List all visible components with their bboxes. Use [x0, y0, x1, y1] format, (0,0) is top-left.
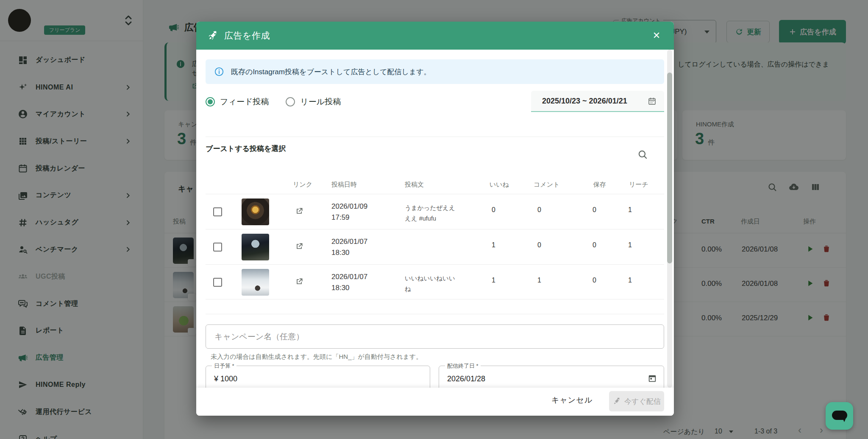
create-ad-modal: 広告を作成 ✕ 既存のInstagram投稿をブーストして広告として配信します。… [196, 22, 674, 416]
modal-info-banner: 既存のInstagram投稿をブーストして広告として配信します。 [206, 59, 664, 84]
chat-widget-button[interactable] [826, 402, 853, 430]
chat-bubble-icon [831, 408, 848, 424]
post-type-radio-group: フィード投稿 リール投稿 [206, 92, 358, 111]
post-thumbnail [242, 269, 269, 296]
scrollbar-thumb[interactable] [667, 73, 672, 263]
modal-scrollbar[interactable] [667, 50, 672, 388]
date-range-input[interactable]: 2025/10/23 ~ 2026/01/21 [531, 91, 664, 112]
post-row[interactable]: 2026/01/0718:30 いいねいいねいいね 1 1 0 1 [206, 264, 664, 299]
search-icon[interactable] [637, 149, 648, 160]
campaign-name-input[interactable] [206, 324, 664, 349]
open-in-new-icon[interactable] [295, 277, 303, 286]
checkbox[interactable] [213, 278, 222, 287]
close-icon[interactable]: ✕ [651, 30, 662, 41]
divider [206, 314, 664, 314]
posts-table: リンク 投稿日時 投稿文 いいね コメント 保存 リーチ 2026/01/091… [206, 137, 664, 306]
campaign-helper-text: 未入力の場合は自動生成されます。先頭に「HN_」が自動付与されます。 [211, 353, 422, 361]
info-icon [214, 67, 224, 77]
post-thumbnail [242, 234, 269, 260]
rocket-icon [207, 30, 218, 41]
calendar-icon[interactable] [648, 374, 657, 383]
radio-reel-post[interactable] [286, 97, 295, 106]
modal-header: 広告を作成 ✕ [196, 22, 674, 50]
post-thumbnail [242, 199, 269, 225]
post-row[interactable]: 2026/01/0718:30 1 0 0 1 [206, 229, 664, 264]
app-screen: フリープラン ダッシュボード HINOME AI マイアカウント [0, 0, 868, 439]
checkbox[interactable] [213, 243, 222, 252]
open-in-new-icon[interactable] [295, 207, 303, 215]
modal-footer: キャンセル 今すぐ配信 [196, 388, 674, 416]
submit-button[interactable]: 今すぐ配信 [609, 391, 664, 411]
posts-table-header: リンク 投稿日時 投稿文 いいね コメント 保存 リーチ [206, 176, 664, 194]
checkbox[interactable] [213, 207, 222, 216]
radio-feed-post[interactable] [206, 97, 215, 106]
rocket-icon [612, 397, 621, 405]
modal-title: 広告を作成 [224, 30, 270, 42]
open-in-new-icon[interactable] [295, 242, 303, 251]
cancel-button[interactable]: キャンセル [549, 394, 595, 405]
post-row[interactable]: 2026/01/0917:59 うまかったぜええええ #ufufu 0 0 0 … [206, 194, 664, 229]
calendar-icon[interactable] [648, 97, 657, 106]
